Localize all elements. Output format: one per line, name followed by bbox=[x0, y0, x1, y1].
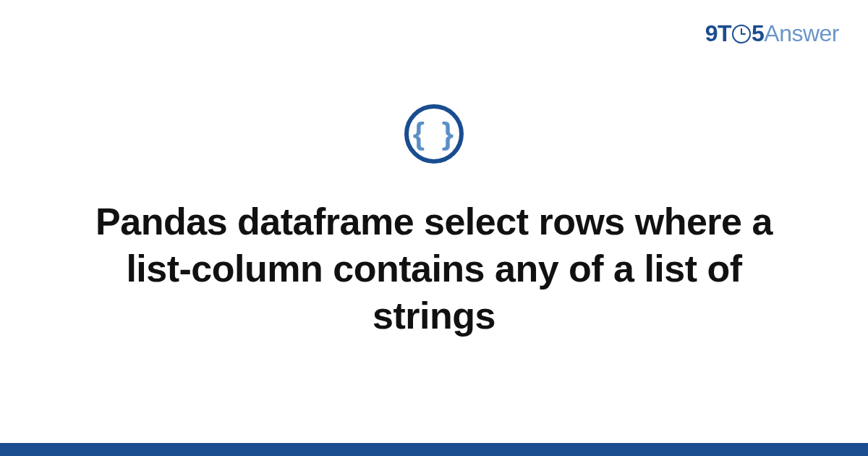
code-braces-icon: { } bbox=[413, 119, 458, 149]
main-content: { } Pandas dataframe select rows where a… bbox=[0, 0, 868, 443]
question-title: Pandas dataframe select rows where a lis… bbox=[72, 198, 796, 339]
bottom-accent-bar bbox=[0, 443, 868, 456]
category-icon-circle: { } bbox=[404, 104, 464, 164]
